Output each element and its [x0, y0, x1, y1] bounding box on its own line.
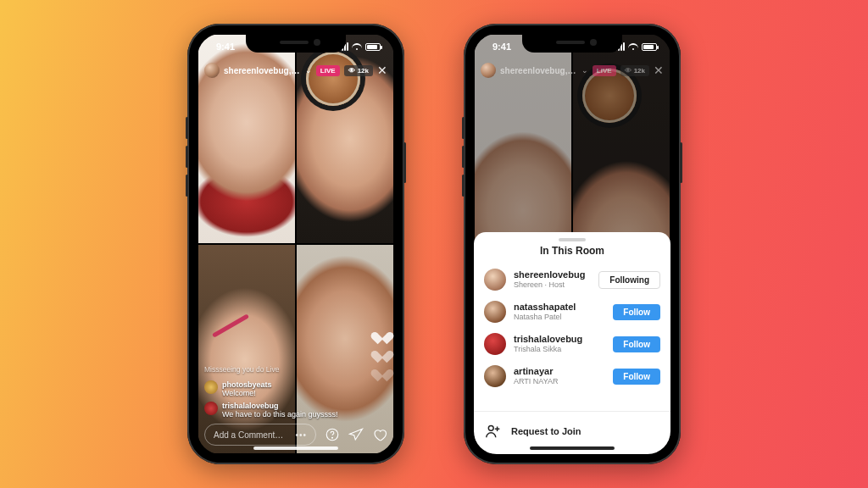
participant-avatar[interactable]: [484, 365, 506, 387]
participant-username[interactable]: natasshapatel: [514, 302, 605, 313]
participant-avatar[interactable]: [484, 301, 506, 323]
viewer-count-badge[interactable]: 👁12k: [344, 65, 373, 76]
participant-avatar[interactable]: [484, 333, 506, 355]
participant-subtitle: Natasha Patel: [514, 313, 605, 322]
participants-sheet: In This Room shereenlovebugShereen · Hos…: [474, 232, 670, 454]
comment-input[interactable]: Add a Comment… •••: [204, 424, 316, 446]
sheet-handle[interactable]: [559, 238, 586, 241]
heart-icon: [376, 346, 389, 359]
like-icon[interactable]: [372, 427, 387, 442]
participant-username[interactable]: artinayar: [514, 366, 605, 377]
host-avatar[interactable]: [481, 63, 496, 78]
follow-button[interactable]: Follow: [613, 369, 660, 385]
following-button[interactable]: Following: [598, 271, 660, 289]
commenter-username[interactable]: photosbyeats: [222, 380, 272, 389]
more-options-icon[interactable]: •••: [295, 430, 307, 440]
home-indicator: [530, 446, 615, 450]
follow-button[interactable]: Follow: [613, 336, 660, 352]
wifi-icon: [628, 42, 638, 51]
close-icon[interactable]: ✕: [377, 64, 387, 77]
phone-mockup-sheet: 9:41 shereenlovebug, n… ⌄ LIVE 👁12k ✕: [464, 24, 681, 464]
participant-row: natasshapatelNatasha Patel Follow: [474, 296, 670, 328]
participant-row: artinayarARTI NAYAR Follow: [474, 360, 670, 392]
system-message: Missseeing you do Live: [204, 365, 360, 374]
battery-icon: [642, 43, 657, 51]
comment-text: Welcome!: [222, 389, 272, 397]
eye-icon: 👁: [625, 67, 632, 75]
floating-reactions: [376, 327, 389, 378]
sheet-title: In This Room: [474, 245, 670, 257]
live-comments[interactable]: Missseeing you do Live photosbyeatsWelco…: [204, 365, 360, 419]
commenter-avatar[interactable]: [204, 380, 218, 394]
svg-point-2: [488, 425, 493, 430]
participant-username[interactable]: trishalalovebug: [514, 334, 605, 345]
screen-sheet: 9:41 shereenlovebug, n… ⌄ LIVE 👁12k ✕: [474, 34, 670, 454]
wifi-icon: [352, 42, 362, 51]
question-icon[interactable]: [325, 427, 340, 442]
participants-list[interactable]: shereenlovebugShereen · Host Following n…: [474, 263, 670, 409]
participant-subtitle: Shereen · Host: [514, 280, 591, 290]
eye-icon: 👁: [348, 67, 355, 75]
screen-live: 9:41 shereenlovebug, n… ⌄ LIVE 👁12k ✕: [198, 34, 394, 454]
separator: [474, 411, 670, 412]
host-username[interactable]: shereenlovebug, n…: [500, 66, 577, 75]
phone-mockup-live: 9:41 shereenlovebug, n… ⌄ LIVE 👁12k ✕: [187, 24, 404, 464]
commenter-avatar[interactable]: [204, 402, 218, 415]
host-avatar[interactable]: [204, 63, 220, 78]
viewer-count-badge[interactable]: 👁12k: [620, 65, 649, 76]
comment-placeholder: Add a Comment…: [214, 430, 283, 440]
promo-stage: 9:41 shereenlovebug, n… ⌄ LIVE 👁12k ✕: [0, 0, 868, 488]
participant-subtitle: ARTI NAYAR: [514, 377, 605, 386]
participant-avatar[interactable]: [484, 269, 506, 291]
close-icon[interactable]: ✕: [654, 64, 664, 77]
participant-username[interactable]: shereenlovebug: [514, 269, 591, 280]
chevron-down-icon[interactable]: ⌄: [581, 66, 588, 75]
live-header: shereenlovebug, n… ⌄ LIVE 👁12k ✕: [474, 59, 670, 81]
battery-icon: [365, 43, 381, 51]
comment-row: photosbyeatsWelcome!: [204, 380, 360, 397]
svg-point-1: [332, 437, 333, 438]
comment-text: We have to do this again guyssss!: [222, 410, 337, 419]
follow-button[interactable]: Follow: [613, 304, 660, 320]
share-icon[interactable]: [348, 427, 364, 442]
request-join-icon: [484, 422, 503, 441]
participant-row: trishalalovebugTrishala Sikka Follow: [474, 328, 670, 360]
participant-subtitle: Trishala Sikka: [514, 345, 605, 354]
comment-row: trishalalovebugWe have to do this again …: [204, 402, 360, 419]
chevron-down-icon[interactable]: ⌄: [305, 66, 312, 75]
heart-icon: [376, 327, 389, 341]
home-indicator: [253, 446, 338, 450]
heart-icon: [376, 364, 389, 378]
status-time: 9:41: [492, 42, 511, 52]
participant-row: shereenlovebugShereen · Host Following: [474, 263, 670, 296]
live-footer: Add a Comment… •••: [198, 422, 394, 447]
commenter-username[interactable]: trishalalovebug: [222, 402, 337, 410]
notch: [246, 34, 346, 53]
request-join-label: Request to Join: [511, 426, 581, 436]
status-time: 9:41: [216, 42, 235, 52]
host-username[interactable]: shereenlovebug, n…: [224, 66, 301, 75]
live-header: shereenlovebug, n… ⌄ LIVE 👁12k ✕: [198, 59, 394, 81]
live-badge: LIVE: [593, 65, 616, 76]
notch: [522, 34, 622, 53]
live-badge: LIVE: [316, 65, 340, 76]
